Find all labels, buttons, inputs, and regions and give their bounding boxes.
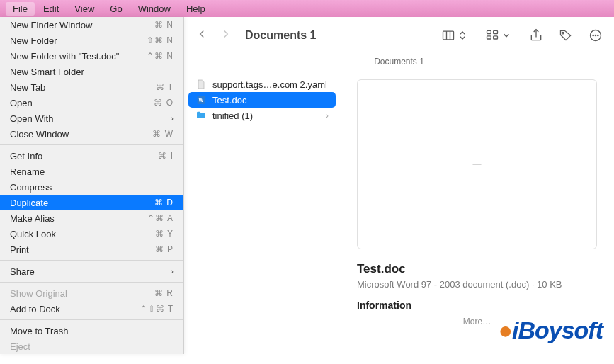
menu-item-rename[interactable]: Rename xyxy=(0,164,183,179)
menu-item-quick-look[interactable]: Quick Look⌘ Y xyxy=(0,226,183,241)
menu-item-compress[interactable]: Compress xyxy=(0,179,183,195)
menu-item-make-alias[interactable]: Make Alias⌃⌘ A xyxy=(0,210,183,226)
menubar-file[interactable]: File xyxy=(6,2,35,16)
menu-shortcut: ⌘ T xyxy=(156,82,174,92)
menu-shortcut: ⌘ N xyxy=(154,20,174,30)
menu-item-open-with[interactable]: Open With› xyxy=(0,110,183,126)
menu-item-print[interactable]: Print⌘ P xyxy=(0,241,183,257)
menu-item-show-original: Show Original⌘ R xyxy=(0,285,183,301)
menu-item-get-info[interactable]: Get Info⌘ I xyxy=(0,148,183,164)
menu-separator xyxy=(0,282,183,283)
chevron-right-icon: › xyxy=(326,111,329,120)
file-row[interactable]: WTest.doc xyxy=(188,92,336,108)
menu-item-label: Share xyxy=(10,266,35,277)
forward-button[interactable] xyxy=(220,28,232,44)
preview-thumbnail: — xyxy=(357,79,597,249)
file-row[interactable]: tinified (1)› xyxy=(188,108,336,123)
menu-separator xyxy=(0,319,183,320)
menu-item-new-folder[interactable]: New Folder⇧⌘ N xyxy=(0,33,183,48)
svg-point-11 xyxy=(595,35,596,35)
group-button[interactable] xyxy=(485,28,513,42)
file-row[interactable]: support.tags…e.com 2.yaml xyxy=(188,76,336,92)
path-bar[interactable]: Documents 1 xyxy=(184,54,614,72)
file-dropdown: New Finder Window⌘ NNew Folder⇧⌘ NNew Fo… xyxy=(0,17,184,354)
finder-window: Documents 1 Documents 1 support.tags…e. xyxy=(184,17,614,364)
menu-shortcut: ⌘ D xyxy=(154,198,174,207)
menu-shortcut: ⌘ Y xyxy=(155,229,174,239)
menu-item-move-to-trash[interactable]: Move to Trash xyxy=(0,323,183,339)
menu-item-open[interactable]: Open⌘ O xyxy=(0,95,183,110)
svg-text:W: W xyxy=(199,98,204,103)
svg-rect-4 xyxy=(494,30,498,33)
menu-item-label: New Tab xyxy=(10,82,45,93)
menu-item-new-finder-window[interactable]: New Finder Window⌘ N xyxy=(0,17,183,33)
menu-item-label: Quick Look xyxy=(10,229,56,239)
menu-shortcut: ⇧⌘ N xyxy=(147,35,174,45)
menu-shortcut: ⌘ W xyxy=(152,129,174,139)
menu-item-eject: Eject xyxy=(0,339,183,354)
menu-item-label: Add to Dock xyxy=(10,304,60,314)
back-button[interactable] xyxy=(195,28,208,44)
file-list: support.tags…e.com 2.yamlWTest.doctinifi… xyxy=(184,72,340,364)
svg-rect-5 xyxy=(487,36,491,39)
menu-shortcut: ⌘ P xyxy=(155,244,174,254)
menu-item-label: Eject xyxy=(10,341,30,352)
menu-item-label: New Folder with "Test.doc" xyxy=(10,51,119,62)
menu-item-label: Get Info xyxy=(10,151,42,161)
tags-button[interactable] xyxy=(559,28,573,42)
more-button[interactable] xyxy=(589,28,603,42)
svg-point-10 xyxy=(593,35,593,35)
file-name: support.tags…e.com 2.yaml xyxy=(212,79,327,90)
menu-item-new-tab[interactable]: New Tab⌘ T xyxy=(0,79,183,95)
svg-rect-3 xyxy=(487,30,491,33)
menubar-edit[interactable]: Edit xyxy=(36,2,66,16)
word-doc-icon: W xyxy=(195,94,207,106)
menubar: File Edit View Go Window Help xyxy=(0,0,614,17)
menu-item-label: Make Alias xyxy=(10,213,55,224)
menu-item-duplicate[interactable]: Duplicate⌘ D xyxy=(0,195,183,210)
menu-item-label: New Smart Folder xyxy=(10,67,84,77)
window-title: Documents 1 xyxy=(245,29,433,42)
menu-item-label: New Finder Window xyxy=(10,20,92,30)
svg-point-12 xyxy=(598,35,598,35)
chevron-right-icon: › xyxy=(171,267,174,275)
menu-item-label: Move to Trash xyxy=(10,326,68,336)
menu-item-new-smart-folder[interactable]: New Smart Folder xyxy=(0,64,183,79)
svg-point-8 xyxy=(562,32,564,34)
share-button[interactable] xyxy=(529,28,543,42)
menubar-go[interactable]: Go xyxy=(103,2,129,16)
menu-item-label: Open xyxy=(10,98,33,108)
menu-item-label: New Folder xyxy=(10,35,57,46)
menu-item-label: Show Original xyxy=(10,288,67,299)
menubar-view[interactable]: View xyxy=(67,2,101,16)
folder-icon xyxy=(195,110,207,121)
svg-rect-0 xyxy=(443,31,454,40)
watermark: ●iBoysoft xyxy=(498,317,603,344)
file-name: Test.doc xyxy=(212,95,246,106)
menu-item-add-to-dock[interactable]: Add to Dock⌃⇧⌘ T xyxy=(0,301,183,317)
menu-shortcut: ⌃⌘ N xyxy=(147,51,174,61)
file-name: tinified (1) xyxy=(212,110,253,121)
menubar-window[interactable]: Window xyxy=(131,2,178,16)
menu-separator xyxy=(0,260,183,261)
menu-item-label: Compress xyxy=(10,182,52,193)
menu-shortcut: ⌘ I xyxy=(158,151,174,161)
preview-subtitle: Microsoft Word 97 - 2003 document (.doc)… xyxy=(357,279,597,290)
chevron-right-icon: › xyxy=(171,114,174,123)
preview-filename: Test.doc xyxy=(357,262,597,276)
menu-item-label: Close Window xyxy=(10,129,69,140)
menu-shortcut: ⌃⌘ A xyxy=(147,213,174,223)
menu-item-close-window[interactable]: Close Window⌘ W xyxy=(0,126,183,142)
menu-item-share[interactable]: Share› xyxy=(0,263,183,279)
menu-item-label: Open With xyxy=(10,113,53,124)
menu-shortcut: ⌘ O xyxy=(154,98,174,108)
menu-item-label: Rename xyxy=(10,166,45,177)
info-header: Information xyxy=(357,300,597,311)
svg-rect-6 xyxy=(494,36,498,39)
menu-item-new-folder-with-test-doc[interactable]: New Folder with "Test.doc"⌃⌘ N xyxy=(0,48,183,64)
menubar-help[interactable]: Help xyxy=(179,2,212,16)
menu-shortcut: ⌃⇧⌘ T xyxy=(140,304,174,314)
menu-item-label: Duplicate xyxy=(10,198,48,208)
menu-item-label: Print xyxy=(10,244,29,255)
view-mode-button[interactable] xyxy=(441,28,470,42)
